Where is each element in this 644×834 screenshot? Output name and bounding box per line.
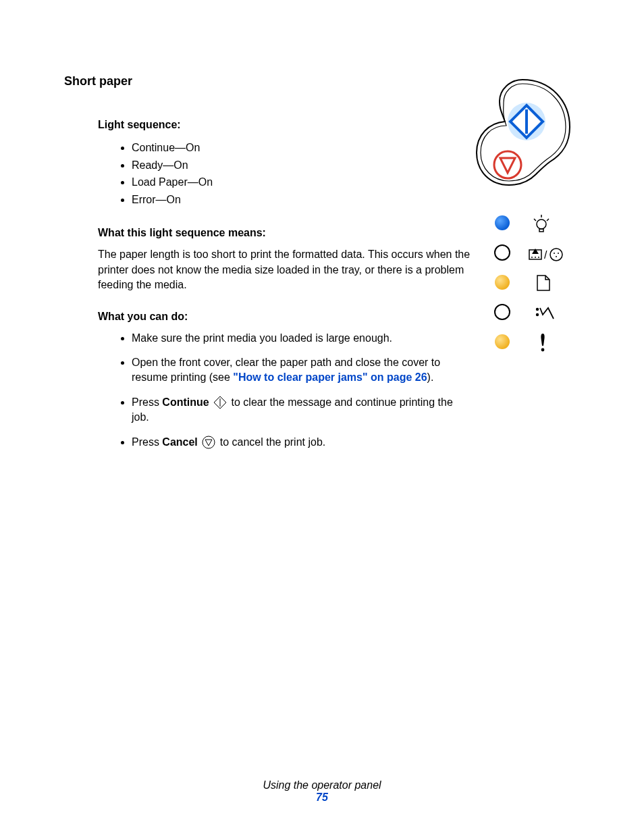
action-text: Press xyxy=(132,396,162,408)
svg-point-26 xyxy=(495,275,510,290)
svg-point-9 xyxy=(495,215,510,230)
cancel-circle-icon xyxy=(202,436,215,449)
list-item: Continue—On xyxy=(132,139,483,157)
svg-point-25 xyxy=(556,256,557,257)
meaning-text: The paper length is too short to print t… xyxy=(98,247,483,292)
light-sequence-list: Continue—On Ready—On Load Paper—On Error… xyxy=(98,139,483,208)
svg-point-30 xyxy=(495,334,510,349)
lightbulb-icon xyxy=(534,215,549,232)
svg-point-10 xyxy=(537,219,546,229)
list-item: Press Cancel to cancel the print job. xyxy=(132,435,483,450)
action-text: ). xyxy=(427,371,434,383)
svg-line-12 xyxy=(534,219,536,221)
svg-point-19 xyxy=(535,257,536,258)
error-light-icon xyxy=(495,334,510,349)
svg-line-13 xyxy=(547,219,549,221)
svg-point-20 xyxy=(538,257,539,258)
actions-list: Make sure the print media you loaded is … xyxy=(98,331,483,450)
action-text: Press xyxy=(132,436,162,448)
cancel-button-icon xyxy=(494,151,521,178)
jam-light-icon xyxy=(495,305,510,319)
operator-panel-diagram: / xyxy=(468,74,576,361)
svg-marker-17 xyxy=(532,249,539,254)
toner-tray-icon: / xyxy=(529,249,562,261)
svg-point-27 xyxy=(495,305,510,319)
paper-jams-link[interactable]: "How to clear paper jams" on page 26 xyxy=(233,371,427,383)
list-item: Error—On xyxy=(132,191,483,209)
svg-point-24 xyxy=(558,253,559,254)
svg-point-22 xyxy=(550,249,562,261)
list-item: Open the front cover, clear the paper pa… xyxy=(132,355,483,386)
list-item: Ready—On xyxy=(132,157,483,174)
cancel-label: Cancel xyxy=(162,436,197,448)
actions-heading: What you can do: xyxy=(98,311,483,323)
page-icon xyxy=(537,276,549,290)
svg-marker-3 xyxy=(205,440,212,446)
page-footer: Using the operator panel 75 xyxy=(0,779,644,804)
action-text: to cancel the print job. xyxy=(220,436,326,448)
exclamation-icon xyxy=(541,334,544,351)
svg-point-18 xyxy=(531,257,533,258)
ready-light-icon xyxy=(495,215,510,230)
light-sequence-heading: Light sequence: xyxy=(98,119,483,131)
load-paper-light-icon xyxy=(495,275,510,290)
svg-rect-14 xyxy=(539,229,543,232)
svg-text:/: / xyxy=(544,249,547,261)
continue-label: Continue xyxy=(162,396,209,408)
svg-point-15 xyxy=(495,245,510,260)
list-item: Load Paper—On xyxy=(132,174,483,191)
svg-point-28 xyxy=(536,308,539,311)
svg-point-23 xyxy=(554,253,555,254)
list-item: Make sure the print media you loaded is … xyxy=(132,331,483,346)
svg-point-31 xyxy=(541,348,545,352)
continue-diamond-icon xyxy=(213,396,227,409)
footer-section: Using the operator panel xyxy=(0,779,644,791)
footer-page-number: 75 xyxy=(0,791,644,804)
toner-light-icon xyxy=(495,245,510,260)
continue-button-icon xyxy=(508,103,545,140)
list-item: Press Continue to clear the message and … xyxy=(132,395,483,425)
svg-point-29 xyxy=(536,313,539,316)
svg-point-2 xyxy=(203,436,215,448)
jam-icon xyxy=(536,308,554,319)
content-column: Light sequence: Continue—On Ready—On Loa… xyxy=(64,119,483,450)
meaning-heading: What this light sequence means: xyxy=(98,227,483,239)
